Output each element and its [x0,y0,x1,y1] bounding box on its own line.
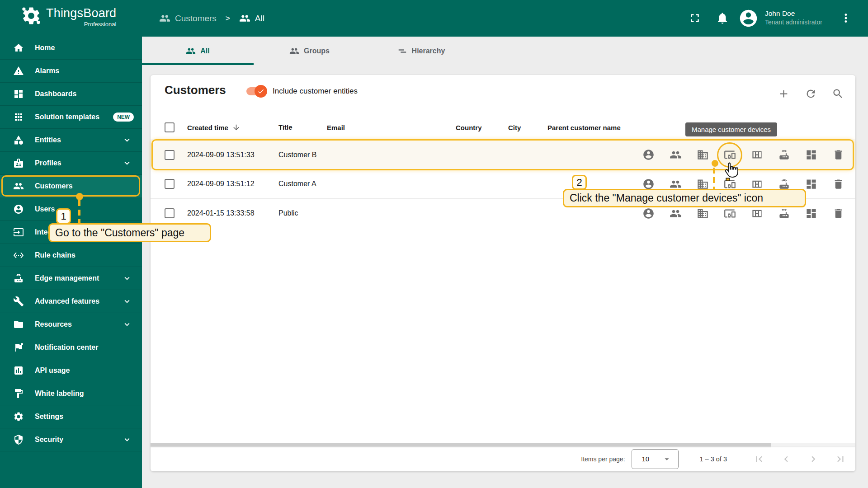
manage-customer-customers-button[interactable] [666,204,684,222]
category-icon [13,135,24,145]
delete-customer-button[interactable] [829,175,847,193]
manage-customer-dashboard-groups-button[interactable] [802,146,820,164]
sidebar-item-resources[interactable]: Resources [0,313,142,336]
refresh-button[interactable] [803,86,818,101]
manage-customer-devices-button[interactable] [721,204,739,222]
manage-customer-customers-button[interactable] [666,146,684,164]
people-icon [13,181,24,192]
column-header-created-time[interactable]: Created time [187,123,241,132]
sidebar-item-rule-chains[interactable]: Rule chains [0,244,142,267]
sidebar-item-label: Solution templates [35,113,99,121]
folder-icon [13,319,24,330]
manage-customer-edge-instances-button[interactable] [775,146,793,164]
view-quilt-icon [751,149,763,161]
top-header: ThingsBoard Professional Customers > All… [0,0,868,37]
row-checkbox[interactable] [165,179,175,189]
row-checkbox[interactable] [165,150,175,160]
manage-customer-edge-instances-button[interactable] [775,204,793,222]
manage-customer-dashboard-groups-button[interactable] [802,175,820,193]
breadcrumb: Customers > All [159,0,264,37]
sidebar-item-api-usage[interactable]: API usage [0,359,142,382]
paginator: Items per page: 10 1 – 3 of 3 [151,446,855,471]
user-info[interactable]: John Doe Tenant administrator [765,9,822,26]
sidebar-item-profiles[interactable]: Profiles [0,152,142,175]
sidebar-item-label: Edge management [35,274,99,282]
breadcrumb-customers[interactable]: Customers [159,13,217,24]
manage-customer-users-button[interactable] [639,204,657,222]
manage-customer-edge-instances-button[interactable] [775,175,793,193]
sidebar-item-edge-management[interactable]: Edge management [0,267,142,290]
cell-title: Customer A [278,179,329,189]
table-row[interactable]: 2024-09-09 13:51:33 Customer B [151,140,855,169]
include-customer-entities-toggle[interactable] [246,86,266,97]
manage-customer-assets-button[interactable] [693,204,712,222]
user-avatar[interactable] [738,8,759,28]
brand-logo[interactable]: ThingsBoard Professional [21,5,116,28]
table-row[interactable]: 2024-01-15 13:33:58 Public [151,199,855,228]
tab-hierarchy[interactable]: Hierarchy [365,37,477,65]
first-page-button[interactable] [753,453,765,465]
router-icon [778,178,790,190]
breadcrumb-customers-label: Customers [175,14,217,23]
manage-customer-dashboard-groups-button[interactable] [802,204,820,222]
sidebar-item-advanced-features[interactable]: Advanced features [0,290,142,313]
brand-name: ThingsBoard [46,6,116,20]
manage-customer-assets-button[interactable] [693,175,712,193]
devices-icon [724,207,736,220]
row-checkbox[interactable] [165,208,175,218]
manage-customer-devices-button[interactable] [721,146,739,164]
refresh-icon [805,88,817,100]
previous-page-button[interactable] [780,453,792,465]
sidebar-item-entities[interactable]: Entities [0,129,142,152]
sidebar-item-dashboards[interactable]: Dashboards [0,83,142,106]
items-per-page-select[interactable]: 10 [632,449,679,469]
column-header-title[interactable]: Title [278,123,329,132]
search-button[interactable] [830,86,845,101]
manage-customer-users-button[interactable] [639,146,657,164]
sidebar-item-notification-center[interactable]: Notification center [0,336,142,359]
manage-customer-assets-button[interactable] [693,146,712,164]
sidebar-item-solution-templates[interactable]: Solution templatesNEW [0,106,142,129]
next-page-button[interactable] [807,453,819,465]
column-header-city[interactable]: City [508,124,521,131]
brand-subtitle: Professional [46,21,116,28]
table-row[interactable]: 2024-09-09 13:51:12 Customer A [151,169,855,199]
chevron-down-icon [122,296,132,306]
sidebar-item-settings[interactable]: Settings [0,405,142,428]
tab-all[interactable]: All [142,37,254,65]
sidebar-item-users[interactable]: Users [0,198,142,221]
manage-customer-users-button[interactable] [639,175,657,193]
main-content: All Groups Hierarchy Customers Include c… [142,37,868,488]
column-header-parent-customer[interactable]: Parent customer name [547,124,621,131]
add-customer-button[interactable] [776,86,791,101]
select-all-checkbox[interactable] [165,122,175,132]
delete-customer-button[interactable] [829,204,847,222]
entity-tabs: All Groups Hierarchy [142,37,477,65]
sidebar-item-integrations[interactable]: Integrations [0,221,142,244]
sidebar-item-home[interactable]: Home [0,37,142,60]
column-header-country[interactable]: Country [456,124,482,131]
manage-customer-customers-button[interactable] [666,175,684,193]
last-page-icon [835,453,846,465]
sidebar-item-white-labeling[interactable]: White labeling [0,382,142,405]
column-header-email[interactable]: Email [327,124,345,131]
toggle-label: Include customer entities [273,87,358,96]
delete-icon [832,149,844,161]
breadcrumb-all[interactable]: All [239,13,264,24]
user-name: John Doe [765,9,822,18]
sidebar-item-alarms[interactable]: Alarms [0,60,142,83]
manage-customer-devices-button[interactable] [721,175,739,193]
sidebar-item-customers[interactable]: Customers [0,175,142,198]
tab-groups[interactable]: Groups [254,37,365,65]
sidebar-item-label: Rule chains [35,251,75,259]
fullscreen-icon [688,11,702,25]
delete-customer-button[interactable] [829,146,847,164]
notifications-button[interactable] [716,11,730,26]
manage-customer-dashboards-button[interactable] [748,204,766,222]
last-page-button[interactable] [835,453,846,465]
more-menu-button[interactable] [839,11,854,26]
fullscreen-button[interactable] [688,11,703,26]
manage-customer-dashboards-button[interactable] [748,175,766,193]
manage-customer-dashboards-button[interactable] [748,146,766,164]
sidebar-item-security[interactable]: Security [0,428,142,451]
